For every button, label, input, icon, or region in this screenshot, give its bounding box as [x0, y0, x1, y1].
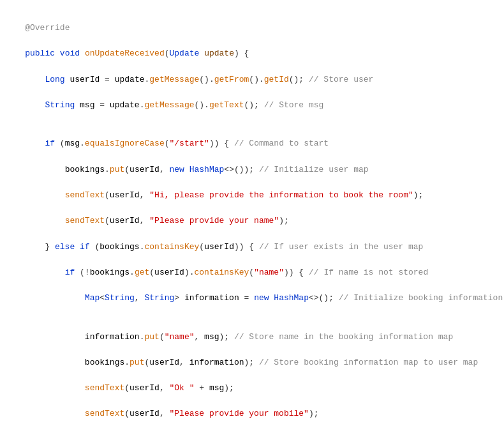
code-line: @Override	[0, 22, 504, 34]
code-editor: @Override public void onUpdateReceived(U…	[0, 6, 504, 426]
code-line: String msg = update.getMessage().getText…	[0, 99, 504, 112]
code-line: bookings.put(userId, information); // St…	[0, 356, 504, 369]
code-line: sendText(userId, "Please provide your na…	[0, 215, 504, 227]
code-line: } else if (bookings.containsKey(userId))…	[0, 241, 504, 254]
code-line: sendText(userId, "Ok " + msg);	[0, 382, 504, 395]
code-line: if (!bookings.get(userId).containsKey("n…	[0, 266, 504, 279]
code-line: public void onUpdateReceived(Update upda…	[0, 47, 504, 60]
code-line: sendText(userId, "Hi, please provide the…	[0, 189, 504, 202]
code-line: Map<String, String> information = new Ha…	[0, 292, 504, 305]
code-line: sendText(userId, "Please provide your mo…	[0, 407, 504, 420]
code-line: Long userId = update.getMessage().getFro…	[0, 73, 504, 86]
code-line: information.put("name", msg); // Store n…	[0, 331, 504, 344]
code-line: if (msg.equalsIgnoreCase("/start")) { //…	[0, 137, 504, 150]
code-line: bookings.put(userId, new HashMap<>()); /…	[0, 164, 504, 176]
